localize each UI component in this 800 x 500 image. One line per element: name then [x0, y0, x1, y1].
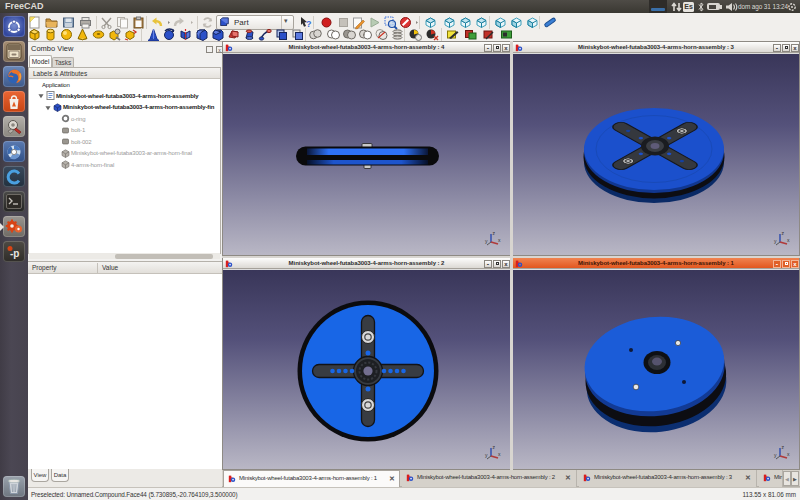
svg-text:z: z — [493, 444, 496, 450]
svg-text:y: y — [774, 238, 777, 244]
svg-text:y: y — [774, 452, 777, 458]
svg-text:x: x — [498, 451, 501, 457]
svg-text:x: x — [787, 237, 790, 243]
svg-text:-p: -p — [10, 248, 19, 259]
svg-text:y: y — [485, 452, 488, 458]
svg-text:x: x — [787, 451, 790, 457]
svg-text:y: y — [485, 238, 488, 244]
svg-text:z: z — [782, 444, 785, 450]
svg-text:x: x — [498, 237, 501, 243]
svg-text:z: z — [782, 230, 785, 236]
svg-text:z: z — [493, 230, 496, 236]
